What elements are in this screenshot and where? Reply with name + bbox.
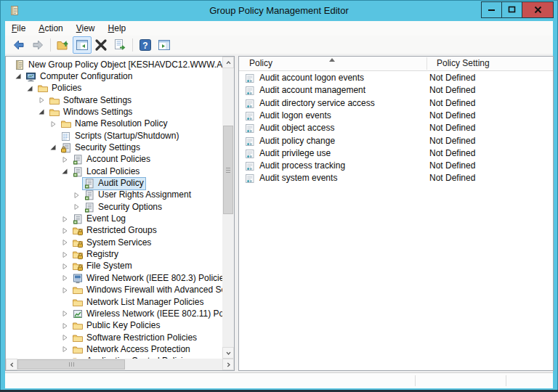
expander-collapsed-icon[interactable] — [73, 191, 80, 198]
expander-collapsed-icon[interactable] — [61, 333, 68, 340]
tree-item-software-restriction-policies[interactable]: Software Restriction Policies — [6, 331, 222, 343]
expander-collapsed-icon[interactable] — [38, 96, 45, 103]
folder-icon — [72, 297, 84, 308]
tree-item-event-log[interactable]: Event Log — [6, 213, 222, 224]
tree-item-account-policies[interactable]: Account Policies — [6, 153, 222, 165]
menu-file[interactable]: File — [5, 21, 32, 36]
maximize-button[interactable] — [501, 2, 522, 17]
policy-setting-value: Not Defined — [429, 147, 475, 160]
vertical-scroll-thumb[interactable] — [223, 126, 233, 214]
expander-collapsed-icon[interactable] — [61, 309, 68, 317]
scroll-left-button[interactable] — [6, 359, 17, 370]
tree-item-label: System Services — [86, 237, 151, 248]
script-icon — [60, 131, 72, 142]
policy-row-audit-account-logon-events[interactable]: Audit account logon eventsNot Defined — [239, 72, 553, 84]
policy-row-audit-policy-change[interactable]: Audit policy changeNot Defined — [239, 135, 553, 147]
toolbar-separator — [132, 38, 133, 52]
policy-row-audit-account-management[interactable]: Audit account managementNot Defined — [239, 84, 553, 97]
tree-item-system-services[interactable]: System Services — [6, 236, 222, 248]
tree-item-public-key-policies[interactable]: Public Key Policies — [6, 319, 222, 331]
menu-help[interactable]: Help — [102, 21, 133, 36]
show-action-pane-button[interactable] — [155, 36, 174, 54]
scroll-up-button[interactable] — [222, 57, 234, 68]
help-button[interactable]: ? — [136, 36, 155, 54]
chevron-left-icon — [9, 362, 15, 368]
title-bar[interactable]: Group Policy Management Editor — [1, 1, 557, 21]
menu-action[interactable]: Action — [32, 21, 69, 36]
tree-horizontal-scrollbar[interactable] — [6, 359, 234, 370]
expander-expanded-icon[interactable] — [15, 72, 22, 79]
tree-item-file-system[interactable]: File System — [6, 260, 222, 271]
up-one-level-button[interactable] — [54, 36, 73, 54]
menu-view[interactable]: View — [70, 21, 102, 36]
tree-item-name-resolution-policy[interactable]: Name Resolution Policy — [6, 118, 222, 129]
tree-item-network-list-manager-policies[interactable]: Network List Manager Policies — [6, 295, 222, 307]
tree-item-network-access-protection[interactable]: Network Access Protection — [6, 343, 222, 354]
expander-expanded-icon[interactable] — [61, 167, 68, 174]
policy-name: Audit system events — [259, 172, 337, 184]
expander-collapsed-icon[interactable] — [61, 274, 68, 281]
expander-collapsed-icon[interactable] — [73, 203, 80, 210]
tree-item-software-settings[interactable]: Software Settings — [6, 94, 222, 105]
expander-collapsed-icon[interactable] — [61, 226, 68, 234]
tree-item-restricted-groups[interactable]: Restricted Groups — [6, 224, 222, 236]
expander-collapsed-icon[interactable] — [61, 250, 68, 258]
export-list-button[interactable] — [110, 36, 129, 54]
tree-item-label: Wireless Network (IEEE 802.11) Policie — [86, 309, 222, 319]
folder-lock-icon — [72, 261, 84, 271]
tree-item-label: Name Resolution Policy — [75, 118, 167, 129]
tree-item-security-settings[interactable]: Security Settings — [6, 141, 222, 152]
policy-row-audit-object-access[interactable]: Audit object accessNot Defined — [239, 122, 553, 134]
policy-row-audit-system-events[interactable]: Audit system eventsNot Defined — [239, 172, 553, 184]
status-divider — [415, 375, 416, 386]
tree-vertical-scrollbar[interactable] — [222, 57, 234, 359]
close-button[interactable] — [522, 2, 553, 17]
tree-item-wired-network-ieee-802-3-policies[interactable]: Wired Network (IEEE 802.3) Policies — [6, 271, 222, 283]
tree-item-local-policies[interactable]: Local Policies — [6, 165, 222, 176]
tree-item-windows-firewall-with-advanced-secu[interactable]: Windows Firewall with Advanced Secu — [6, 284, 222, 295]
tree-item-policies[interactable]: Policies — [6, 82, 222, 94]
tree-item-user-rights-assignment[interactable]: User Rights Assignment — [6, 189, 222, 200]
tree-item-security-options[interactable]: Security Options — [6, 200, 222, 212]
policy-row-audit-logon-events[interactable]: Audit logon eventsNot Defined — [239, 110, 553, 122]
expander-expanded-icon[interactable] — [26, 84, 33, 91]
forward-button[interactable] — [28, 36, 47, 54]
expander-collapsed-icon[interactable] — [61, 262, 68, 269]
security-lock-icon — [60, 142, 72, 153]
policy-row-audit-directory-service-access[interactable]: Audit directory service accessNot Define… — [239, 97, 553, 110]
tree-item-scripts-startup-shutdown[interactable]: Scripts (Startup/Shutdown) — [6, 129, 222, 141]
delete-button[interactable] — [92, 36, 110, 54]
column-header-policy-setting[interactable]: Policy Setting — [426, 57, 553, 70]
maximize-icon — [508, 6, 516, 14]
tree-item-new-group-policy-object-keshavdc12-www-a[interactable]: New Group Policy Object [KESHAVDC12.WWW.… — [6, 58, 222, 70]
expander-collapsed-icon[interactable] — [61, 286, 68, 293]
folder-icon — [49, 95, 60, 106]
help-icon: ? — [138, 38, 153, 52]
expander-collapsed-icon[interactable] — [61, 155, 68, 163]
folder-icon — [72, 285, 84, 295]
horizontal-scroll-thumb[interactable] — [17, 359, 125, 369]
expander-collapsed-icon[interactable] — [49, 120, 57, 127]
export-list-icon — [113, 38, 127, 52]
expander-collapsed-icon[interactable] — [61, 322, 68, 329]
folder-lock-icon — [72, 237, 84, 248]
policy-row-audit-privilege-use[interactable]: Audit privilege useNot Defined — [239, 147, 553, 160]
policy-setting-value: Not Defined — [429, 172, 475, 184]
expander-collapsed-icon[interactable] — [61, 238, 68, 245]
show-console-tree-button[interactable] — [73, 36, 92, 54]
tree-item-label: Restricted Groups — [86, 225, 157, 236]
scroll-right-button[interactable] — [222, 359, 234, 370]
scroll-down-button[interactable] — [222, 347, 234, 359]
minimize-button[interactable] — [482, 2, 501, 17]
tree-item-computer-configuration[interactable]: Computer Configuration — [6, 70, 222, 81]
policy-row-audit-process-tracking[interactable]: Audit process trackingNot Defined — [239, 160, 553, 172]
expander-collapsed-icon[interactable] — [61, 345, 68, 352]
back-button[interactable] — [9, 36, 28, 54]
tree-item-wireless-network-ieee-802-11-policie[interactable]: Wireless Network (IEEE 802.11) Policie — [6, 307, 222, 319]
expander-collapsed-icon[interactable] — [61, 215, 68, 222]
tree-item-audit-policy[interactable]: Audit Policy — [6, 177, 222, 189]
expander-expanded-icon[interactable] — [49, 143, 57, 150]
tree-item-registry[interactable]: Registry — [6, 248, 222, 260]
tree-item-windows-settings[interactable]: Windows Settings — [6, 105, 222, 117]
expander-expanded-icon[interactable] — [38, 107, 45, 115]
